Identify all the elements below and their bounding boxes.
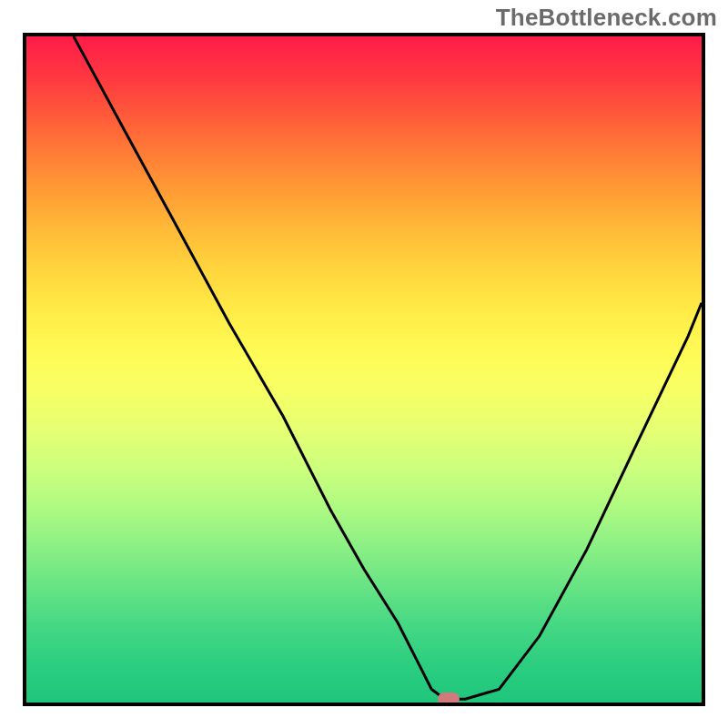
data-curve: [74, 36, 702, 699]
optimum-marker: [438, 693, 460, 705]
watermark-text: TheBottleneck.com: [496, 4, 717, 32]
plot-area: [23, 33, 705, 706]
chart-frame: TheBottleneck.com: [0, 0, 728, 728]
curve-layer: [26, 36, 702, 703]
